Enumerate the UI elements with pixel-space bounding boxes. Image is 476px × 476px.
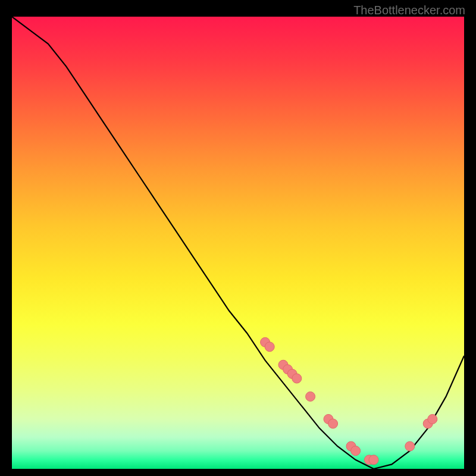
marker-point	[351, 446, 361, 456]
marker-point	[265, 342, 274, 352]
curve-layer	[12, 17, 464, 469]
highlighted-points	[261, 337, 437, 465]
plot-area	[12, 17, 464, 469]
marker-point	[405, 441, 415, 451]
marker-point	[328, 419, 338, 428]
marker-point	[306, 392, 315, 401]
marker-point	[369, 455, 378, 465]
bottleneck-curve	[12, 17, 464, 469]
marker-point	[428, 414, 437, 424]
marker-point	[292, 374, 302, 383]
attribution-text: TheBottlenecker.com	[353, 4, 465, 17]
